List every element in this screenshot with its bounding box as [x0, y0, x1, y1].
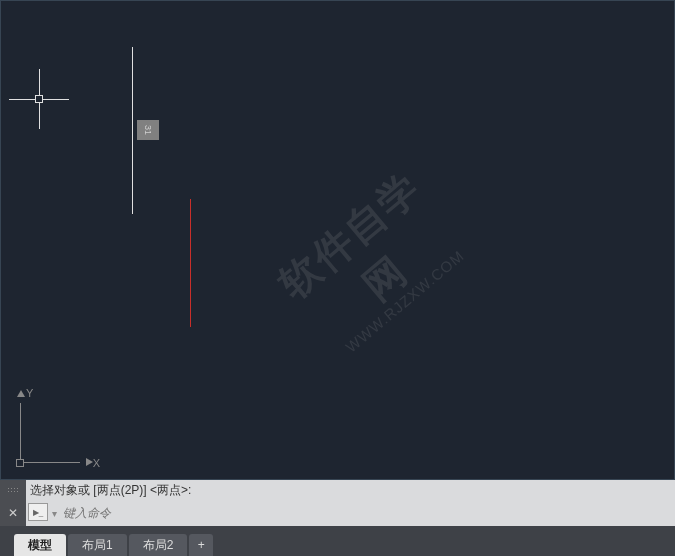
ucs-icon[interactable]: Y X — [20, 393, 90, 463]
drawing-canvas[interactable]: 软件自学网 WWW.RJZXW.COM 31 Y X — [0, 0, 675, 480]
command-dropdown-icon[interactable]: ▾ — [52, 500, 57, 526]
tab-label: 布局1 — [82, 537, 113, 554]
command-input[interactable] — [63, 500, 675, 526]
tab-model[interactable]: 模型 — [14, 534, 66, 556]
command-prompt-icon[interactable]: ▶_ — [28, 503, 48, 521]
tab-label: 模型 — [28, 537, 52, 554]
ucs-x-label: X — [93, 457, 100, 469]
watermark-large: 软件自学网 — [256, 151, 480, 364]
command-history-grip[interactable] — [0, 480, 26, 500]
watermark: 软件自学网 WWW.RJZXW.COM — [256, 151, 486, 371]
plus-icon: + — [198, 538, 205, 552]
grip-icon — [7, 487, 19, 493]
tab-layout1[interactable]: 布局1 — [68, 534, 127, 556]
tab-add-button[interactable]: + — [189, 534, 213, 556]
bottom-panel: 选择对象或 [两点(2P)] <两点>: ✕ ▶_ ▾ 模型 布局1 布局2 + — [0, 480, 675, 556]
selection-count-badge: 31 — [137, 120, 159, 140]
command-options-button[interactable]: ✕ — [0, 500, 26, 526]
command-input-row: ✕ ▶_ ▾ — [0, 500, 675, 526]
ucs-y-label: Y — [26, 387, 33, 399]
command-history-text: 选择对象或 [两点(2P)] <两点>: — [26, 480, 675, 500]
drawn-line-red[interactable] — [190, 199, 191, 327]
layout-tab-bar: 模型 布局1 布局2 + — [0, 526, 675, 556]
tab-label: 布局2 — [143, 537, 174, 554]
drawn-line-white[interactable] — [132, 47, 133, 214]
crosshair-cursor — [39, 99, 40, 100]
command-history-row: 选择对象或 [两点(2P)] <两点>: — [0, 480, 675, 500]
tab-layout2[interactable]: 布局2 — [129, 534, 188, 556]
wrench-icon: ✕ — [8, 506, 18, 520]
watermark-small: WWW.RJZXW.COM — [323, 230, 487, 372]
